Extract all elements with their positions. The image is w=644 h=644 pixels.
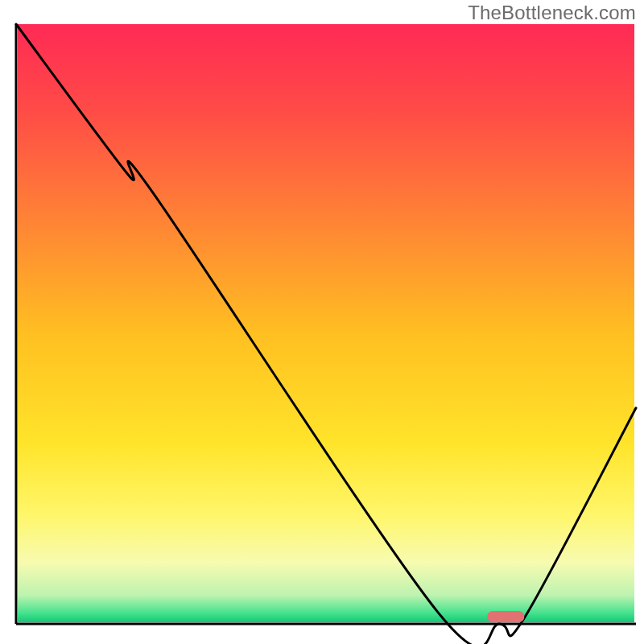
plot-area — [16, 24, 636, 644]
bottleneck-chart — [0, 0, 644, 644]
gradient-background — [18, 24, 634, 622]
chart-container: TheBottleneck.com — [0, 0, 644, 644]
pill-marker — [487, 611, 524, 622]
watermark-text: TheBottleneck.com — [468, 2, 636, 24]
